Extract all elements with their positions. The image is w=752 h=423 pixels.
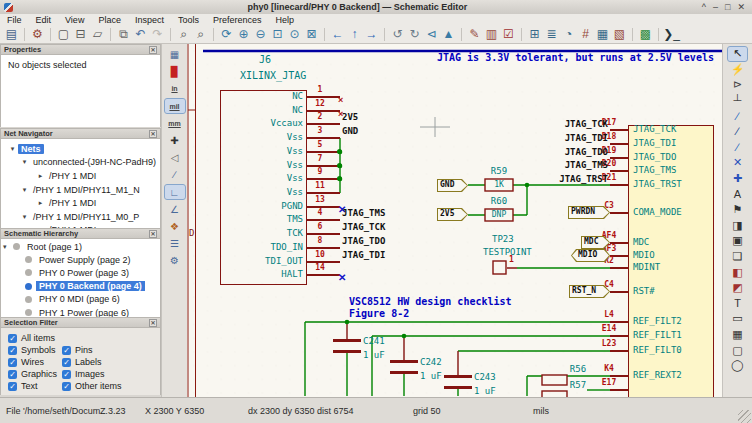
resize-grip[interactable] bbox=[738, 410, 751, 423]
toolbar-icon[interactable]: ✚ bbox=[728, 172, 747, 186]
toolbar-icon[interactable]: ◁ bbox=[165, 151, 185, 165]
toolbar-icon[interactable]: ↻ bbox=[406, 27, 423, 42]
testpoint-value[interactable]: TESTPOINT bbox=[483, 247, 532, 257]
menu-item[interactable]: View bbox=[58, 15, 91, 25]
filter-checkbox-item[interactable]: Other items bbox=[62, 380, 160, 392]
resistor-ref[interactable]: R56 bbox=[561, 364, 595, 374]
toolbar-icon[interactable]: ▢ bbox=[55, 27, 72, 42]
global-label-rstn[interactable]: RST_N bbox=[569, 285, 610, 298]
toolbar-icon[interactable]: ◩ bbox=[728, 281, 747, 295]
filter-checkbox-item[interactable]: All items bbox=[8, 332, 62, 344]
checkbox-checked-icon[interactable] bbox=[8, 358, 17, 367]
toolbar-icon[interactable]: ▩ bbox=[637, 27, 654, 42]
filter-checkbox-item[interactable]: Images bbox=[62, 368, 160, 380]
toolbar-icon[interactable]: ▤ bbox=[3, 27, 20, 42]
net-tree-item[interactable]: ▸ /PHY 1 MDI bbox=[35, 196, 161, 210]
menu-item[interactable]: Tools bbox=[171, 15, 206, 25]
toolbar-icon[interactable]: ▦ bbox=[594, 27, 611, 42]
toolbar-icon[interactable]: ⚙ bbox=[165, 254, 185, 268]
toolbar-icon[interactable]: in bbox=[165, 82, 185, 96]
toolbar-icon[interactable]: ⚑ bbox=[728, 203, 747, 217]
tree-caret-icon[interactable]: ▾ bbox=[7, 145, 18, 153]
toolbar-icon[interactable]: ⊟ bbox=[72, 27, 89, 42]
menu-item[interactable]: Inspect bbox=[128, 15, 171, 25]
toolbar-icon[interactable]: ⊙ bbox=[286, 27, 303, 42]
toolbar-icon[interactable]: ∕ bbox=[728, 109, 747, 123]
toolbar-icon[interactable]: ⊳ bbox=[728, 78, 747, 92]
net-tree-item[interactable]: ▾ Nets bbox=[7, 142, 161, 156]
toolbar-icon[interactable]: ⊞ bbox=[526, 27, 543, 42]
toolbar-icon[interactable]: ↷ bbox=[149, 27, 166, 42]
checkbox-checked-icon[interactable] bbox=[62, 358, 71, 367]
global-label-mdio[interactable]: MDIO bbox=[571, 249, 610, 262]
hierarchy-item[interactable]: PHY 0 Power (page 3) bbox=[15, 266, 161, 279]
net-label[interactable]: JTAG_TMS bbox=[342, 208, 385, 218]
filter-checkbox-item[interactable]: Wires bbox=[8, 356, 62, 368]
resistor-ref[interactable]: R60 bbox=[483, 196, 515, 206]
toolbar-icon[interactable]: ← bbox=[329, 27, 346, 42]
net-label[interactable]: JTAG_TDO bbox=[527, 147, 608, 157]
menu-item[interactable]: Preferences bbox=[206, 15, 269, 25]
schematic-canvas[interactable]: D JTAG is 3.3V tolerant, but runs at 2.5… bbox=[187, 44, 722, 397]
close-icon[interactable] bbox=[149, 319, 157, 327]
toolbar-icon[interactable]: ↑ bbox=[346, 27, 363, 42]
menu-item[interactable]: Edit bbox=[29, 15, 59, 25]
toolbar-icon[interactable]: ⚡ bbox=[728, 62, 747, 76]
net-tree-item[interactable]: ▾ /PHY 1 MDI/PHY11_M1_N bbox=[19, 183, 161, 197]
checkbox-checked-icon[interactable] bbox=[62, 382, 71, 391]
filter-checkbox-item[interactable]: Labels bbox=[62, 356, 160, 368]
toolbar-icon[interactable]: ↺ bbox=[389, 27, 406, 42]
toolbar-icon[interactable]: ▭ bbox=[728, 312, 747, 326]
testpoint-ref[interactable]: TP23 bbox=[492, 234, 514, 244]
toolbar-icon[interactable]: ◯ bbox=[728, 359, 747, 373]
toolbar-icon[interactable]: ☰ bbox=[165, 237, 185, 251]
toolbar-icon[interactable]: ✎ bbox=[466, 27, 483, 42]
ic-pin-row[interactable]: C4 RST# bbox=[538, 280, 720, 304]
toolbar-icon[interactable]: ▧ bbox=[611, 27, 628, 42]
menu-item[interactable]: File bbox=[0, 15, 29, 25]
net-label[interactable]: JTAG_TDI bbox=[342, 250, 385, 260]
toolbar-icon[interactable]: ▣ bbox=[728, 234, 747, 248]
toolbar-icon[interactable]: ❖ bbox=[165, 219, 185, 233]
toolbar-icon[interactable]: ▦ bbox=[165, 48, 185, 62]
toolbar-icon[interactable]: ∕ bbox=[728, 140, 747, 154]
global-label-pwrdn[interactable]: PWRDN bbox=[568, 206, 610, 219]
toolbar-icon[interactable]: ≣ bbox=[543, 27, 560, 42]
toolbar-icon[interactable]: ⟳ bbox=[218, 27, 235, 42]
filter-checkbox-item[interactable]: Text bbox=[8, 380, 62, 392]
toolbar-icon[interactable]: A bbox=[728, 187, 747, 201]
toolbar-icon[interactable]: ∕ bbox=[165, 168, 185, 182]
tree-caret-icon[interactable]: ▾ bbox=[19, 213, 30, 221]
close-icon[interactable] bbox=[149, 230, 157, 238]
ic-pin-row[interactable]: C3 COMA_MODE bbox=[538, 201, 720, 225]
toolbar-icon[interactable]: ▉ bbox=[165, 65, 185, 79]
net-label[interactable]: GND bbox=[342, 126, 358, 136]
toolbar-icon[interactable]: ✚ bbox=[165, 134, 185, 148]
toolbar-icon[interactable]: ⊡ bbox=[269, 27, 286, 42]
tree-caret-icon[interactable]: ▾ bbox=[19, 186, 30, 194]
net-label[interactable]: JTAG_TRST bbox=[527, 174, 608, 184]
connector-pin-row[interactable]: HALT 14 bbox=[220, 263, 395, 287]
close-icon[interactable] bbox=[149, 130, 157, 138]
tree-caret-icon[interactable]: ▾ bbox=[19, 158, 30, 166]
capacitor-symbol[interactable]: C243 1 uF bbox=[444, 375, 524, 397]
toolbar-icon[interactable]: ▲ bbox=[440, 27, 457, 42]
toolbar-icon[interactable]: # bbox=[577, 27, 594, 42]
checkbox-checked-icon[interactable] bbox=[8, 346, 17, 355]
menu-item[interactable]: Help bbox=[268, 15, 301, 25]
net-tree-item[interactable]: ▾ /PHY 1 MDI/PHY11_M0_P bbox=[19, 210, 161, 224]
toolbar-icon[interactable]: ▱ bbox=[89, 27, 106, 42]
toolbar-icon[interactable]: mil bbox=[165, 99, 185, 113]
toolbar-icon[interactable]: ❏ bbox=[728, 250, 747, 264]
toolbar-icon[interactable]: ⚙ bbox=[29, 27, 46, 42]
toolbar-icon[interactable]: T bbox=[728, 296, 747, 310]
checkbox-checked-icon[interactable] bbox=[8, 370, 17, 379]
toolbar-icon[interactable]: ↖ bbox=[728, 47, 747, 61]
filter-checkbox-item[interactable]: Pins bbox=[62, 344, 160, 356]
net-label[interactable]: JTAG_TCK bbox=[527, 119, 608, 129]
net-label[interactable]: JTAG_TDO bbox=[342, 236, 385, 246]
net-label[interactable]: 2V5 bbox=[342, 112, 358, 122]
net-tree-item[interactable]: ▸ /PHY 1 MDI bbox=[35, 169, 161, 183]
toolbar-icon[interactable]: ⧉ bbox=[115, 27, 132, 42]
window-control-button[interactable]: □ bbox=[725, 0, 730, 14]
